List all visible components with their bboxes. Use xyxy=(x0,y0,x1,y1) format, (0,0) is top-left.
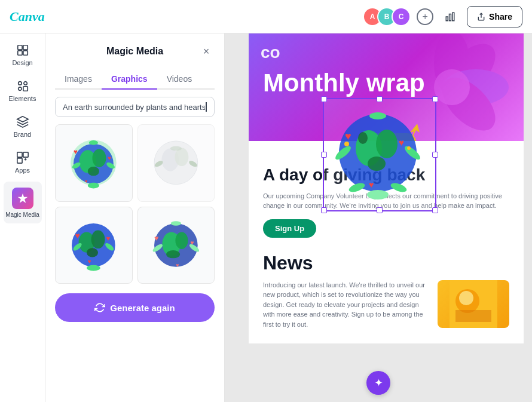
svg-point-35 xyxy=(87,248,98,257)
panel-title: Magic Media xyxy=(72,46,198,57)
svg-point-44 xyxy=(175,232,188,249)
svg-text:♥: ♥ xyxy=(345,130,351,142)
svg-point-7 xyxy=(18,82,22,85)
magic-media-panel: Magic Media × Images Graphics Videos xyxy=(45,33,225,402)
svg-rect-5 xyxy=(17,51,22,55)
svg-point-18 xyxy=(88,167,99,176)
grid-item-3[interactable]: ♥ ♥ ♥ xyxy=(55,207,133,284)
tab-graphics[interactable]: Graphics xyxy=(102,69,157,90)
close-button[interactable]: × xyxy=(198,43,215,60)
svg-text:♥: ♥ xyxy=(176,262,179,268)
sidebar-item-magic-media[interactable]: Magic Media xyxy=(4,182,42,223)
svg-text:♥: ♥ xyxy=(369,180,374,189)
svg-text:♥: ♥ xyxy=(74,148,78,155)
grid-item-1[interactable]: ♥ ♥ ♥ xyxy=(55,124,133,202)
apps-icon xyxy=(16,151,29,164)
svg-text:♥: ♥ xyxy=(108,155,112,161)
header-controls: A B C + Share xyxy=(363,6,522,27)
generate-label: Generate again xyxy=(110,303,175,313)
svg-point-17 xyxy=(93,149,106,168)
svg-point-24 xyxy=(89,140,98,145)
elements-label: Elements xyxy=(9,95,36,102)
news-title: News xyxy=(263,252,509,274)
panel-header: Magic Media × xyxy=(55,43,215,60)
tab-videos[interactable]: Videos xyxy=(157,69,202,90)
brand-label: Brand xyxy=(14,131,31,138)
svg-rect-13 xyxy=(17,158,22,163)
canvas-area[interactable]: co Monthly wrap Lauren xyxy=(225,33,532,402)
bottom-wand: ✦ xyxy=(366,371,390,395)
search-input-wrap[interactable] xyxy=(55,97,215,117)
svg-rect-3 xyxy=(17,45,22,50)
svg-point-34 xyxy=(91,230,105,248)
svg-rect-59 xyxy=(455,310,491,322)
elements-icon xyxy=(16,79,29,93)
news-section: News Introducing our latest launch. We'r… xyxy=(263,252,509,330)
sidebar-item-apps[interactable]: Apps xyxy=(4,146,42,179)
handle-ml[interactable] xyxy=(321,152,327,158)
design-icon xyxy=(16,44,29,57)
svg-point-51 xyxy=(171,221,181,226)
canvas-content: co Monthly wrap Lauren xyxy=(225,33,532,402)
svg-text:♥: ♥ xyxy=(75,231,80,240)
search-input[interactable] xyxy=(63,103,205,112)
canva-logo: Canva xyxy=(10,9,45,24)
svg-rect-2 xyxy=(452,13,454,21)
svg-rect-1 xyxy=(450,14,451,20)
news-row: Introducing our latest launch. We're thr… xyxy=(263,280,509,330)
sidebar-item-brand[interactable]: Brand xyxy=(4,110,42,143)
selected-globe-container: ♥ ♥ ♥ xyxy=(323,98,436,211)
signup-button[interactable]: Sign Up xyxy=(263,219,316,238)
svg-text:♥: ♥ xyxy=(85,179,88,184)
svg-point-25 xyxy=(88,183,99,189)
svg-text:♥: ♥ xyxy=(106,235,111,242)
tab-images[interactable]: Images xyxy=(55,69,102,90)
handle-tm[interactable] xyxy=(377,96,383,102)
icon-sidebar: Design Elements Brand A xyxy=(0,33,45,402)
svg-point-45 xyxy=(166,250,180,258)
generate-again-button[interactable]: Generate again xyxy=(55,293,215,322)
svg-rect-12 xyxy=(23,152,27,157)
svg-point-75 xyxy=(344,142,349,146)
svg-rect-6 xyxy=(23,51,27,55)
svg-point-74 xyxy=(367,190,389,200)
handle-tl[interactable] xyxy=(321,96,327,102)
sidebar-item-elements[interactable]: Elements xyxy=(4,74,42,108)
image-grid: ♥ ♥ ♥ xyxy=(55,124,215,284)
svg-point-56 xyxy=(434,69,470,105)
selection-box: ♥ ♥ ♥ xyxy=(323,98,436,211)
collaborator-avatars: A B C xyxy=(363,7,411,26)
tabs-row: Images Graphics Videos xyxy=(55,69,215,90)
svg-rect-11 xyxy=(17,152,22,157)
svg-text:♥: ♥ xyxy=(154,234,158,243)
svg-point-60 xyxy=(459,291,473,305)
svg-point-29 xyxy=(170,146,182,151)
magic-media-icon xyxy=(12,188,33,209)
share-button[interactable]: Share xyxy=(467,6,522,27)
apps-label: Apps xyxy=(15,167,30,174)
handle-br[interactable] xyxy=(432,207,438,213)
news-text: Introducing our latest launch. We're thr… xyxy=(263,280,428,330)
chart-button[interactable] xyxy=(439,6,461,27)
add-person-button[interactable]: + xyxy=(417,8,433,25)
svg-point-76 xyxy=(407,146,411,150)
handle-mr[interactable] xyxy=(432,152,438,158)
svg-point-64 xyxy=(368,156,386,171)
magic-media-label: Magic Media xyxy=(5,211,39,218)
grid-item-2[interactable] xyxy=(137,124,215,202)
svg-point-41 xyxy=(87,265,100,271)
grid-item-4[interactable]: ♥ ♥ ♥ xyxy=(137,207,215,284)
svg-text:♥: ♥ xyxy=(399,137,404,148)
brand-icon xyxy=(16,115,29,128)
handle-bm[interactable] xyxy=(377,207,383,213)
newsletter-logo: co xyxy=(261,43,280,62)
handle-bl[interactable] xyxy=(321,207,327,213)
svg-point-9 xyxy=(18,87,22,91)
svg-point-65 xyxy=(358,132,368,144)
handle-tr[interactable] xyxy=(432,96,438,102)
svg-point-71 xyxy=(369,112,386,119)
app-header: Canva A B C + Share xyxy=(0,0,532,33)
magic-wand-button[interactable]: ✦ xyxy=(366,371,390,395)
design-label: Design xyxy=(12,59,32,66)
sidebar-item-design[interactable]: Design xyxy=(4,38,42,72)
